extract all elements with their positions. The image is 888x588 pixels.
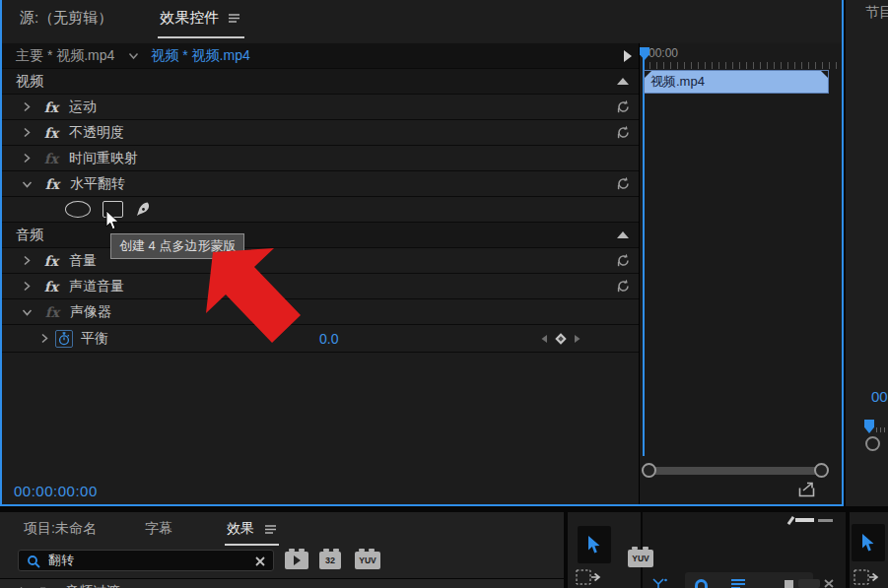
panel-tab-bar: 源:（无剪辑） 效果控件 (2, 0, 842, 42)
program-ruler-ticks (876, 427, 888, 432)
accelerated-effects-badge-icon[interactable] (285, 552, 308, 569)
reset-effect-icon[interactable] (616, 253, 631, 268)
bin-row-audio-transitions[interactable]: 音频过渡 (0, 578, 564, 588)
time-ruler[interactable] (643, 62, 840, 69)
yuv-effects-badge[interactable]: YUV (355, 552, 380, 569)
expand-chevron-icon[interactable] (22, 255, 32, 266)
fx-badge-icon[interactable]: fx (41, 151, 61, 166)
selection-tool-button[interactable] (578, 526, 611, 563)
effect-label: 水平翻转 (70, 175, 125, 193)
tab-captions[interactable]: 字幕 (145, 520, 172, 538)
tab-project[interactable]: 项目:未命名 (24, 520, 97, 538)
program-panel-title[interactable]: 节目 (865, 4, 888, 22)
playhead-line[interactable] (643, 48, 645, 456)
fx-badge-icon[interactable]: fx (41, 279, 61, 294)
section-label: 视频 (16, 73, 43, 91)
reset-effect-icon[interactable] (616, 176, 631, 191)
program-playhead-head[interactable] (864, 420, 874, 433)
expand-chevron-icon[interactable] (22, 127, 32, 138)
bottom-panels: 项目:未命名 字幕 效果 32 YUV 音频过渡 (0, 512, 888, 588)
fx-badge-icon[interactable]: fx (42, 176, 62, 192)
effect-row-panner[interactable]: fx 声像器 (2, 299, 639, 325)
collapse-chevron-icon[interactable] (22, 307, 33, 317)
track-select-forward-icon[interactable] (576, 569, 603, 587)
ruler-time-label: 00:00 (649, 46, 678, 60)
selection-tool-icon (860, 533, 876, 553)
partial-button[interactable] (798, 579, 820, 588)
scrollbar-knob-right[interactable] (814, 463, 829, 478)
effect-row-horizontal-flip[interactable]: fx 水平翻转 (2, 171, 639, 197)
tab-effect-controls[interactable]: 效果控件 (158, 9, 244, 38)
next-keyframe-icon[interactable] (574, 334, 581, 344)
panel-menu-icon[interactable] (228, 13, 240, 24)
fx-badge-icon[interactable]: fx (41, 253, 61, 269)
track-select-forward-icon[interactable] (854, 569, 881, 587)
mask-tools-row (2, 197, 639, 223)
effect-row-time-remapping[interactable]: fx 时间重映射 (2, 146, 639, 171)
tab-source[interactable]: 源:（无剪辑） (20, 9, 112, 28)
create-ellipse-mask-icon[interactable] (65, 201, 91, 218)
chevron-down-icon[interactable] (128, 52, 139, 60)
add-keyframe-icon[interactable] (555, 333, 566, 344)
expand-chevron-icon[interactable] (22, 281, 32, 292)
clip-source-row[interactable]: 主要 * 视频.mp4 视频 * 视频.mp4 (2, 43, 639, 69)
reset-effect-icon[interactable] (616, 125, 631, 140)
bottom-tab-bar: 项目:未命名 字幕 效果 (0, 512, 564, 546)
partial-icon[interactable] (824, 579, 834, 588)
search-input[interactable] (48, 552, 236, 569)
32bit-color-badge[interactable]: 32 (319, 552, 341, 569)
snap-magnet-icon[interactable] (695, 579, 708, 588)
collapse-chevron-icon[interactable] (22, 179, 33, 189)
fx-badge-icon[interactable]: fx (41, 99, 61, 115)
expand-chevron-icon[interactable] (39, 333, 49, 344)
clear-search-icon[interactable] (254, 555, 266, 567)
fx-badge-icon[interactable]: fx (42, 304, 62, 320)
effect-row-opacity[interactable]: fx 不透明度 (2, 120, 639, 146)
playhead-timecode[interactable]: 00:00:00:00 (14, 483, 98, 499)
scrollbar-track[interactable] (649, 467, 822, 475)
reset-effect-icon[interactable] (616, 99, 631, 114)
effect-label: 声像器 (70, 303, 111, 321)
program-scrollbar-knob[interactable] (865, 436, 880, 451)
program-monitor-sliver: 节目 00 (846, 0, 888, 506)
effect-row-volume[interactable]: fx 音量 (2, 248, 639, 274)
timeline-scrollbar[interactable] (642, 463, 829, 479)
expand-chevron-icon[interactable] (22, 101, 32, 112)
effect-controls-timeline[interactable]: 00:00 视频.mp4 (639, 43, 842, 504)
master-clip-label[interactable]: 主要 * 视频.mp4 (16, 47, 114, 65)
reset-effect-icon[interactable] (616, 279, 631, 294)
sequence-clip-label[interactable]: 视频 * 视频.mp4 (151, 47, 249, 65)
section-video-header[interactable]: 视频 (2, 69, 639, 95)
linked-selection-icon[interactable] (730, 578, 746, 588)
selection-tool-button[interactable] (852, 524, 885, 561)
export-icon[interactable] (797, 481, 817, 498)
prev-keyframe-icon[interactable] (540, 334, 548, 344)
show-timeline-arrow-icon[interactable] (624, 50, 632, 62)
effect-row-channel-volume[interactable]: fx 声道音量 (2, 274, 639, 299)
tab-effects[interactable]: 效果 (225, 520, 279, 546)
yuv-badge-floating: YUV (628, 550, 653, 567)
effect-label: 音量 (69, 252, 97, 270)
free-draw-bezier-pen-icon[interactable] (135, 201, 152, 218)
collapse-icon[interactable] (617, 78, 629, 85)
effect-list: 主要 * 视频.mp4 视频 * 视频.mp4 视频 fx 运动 fx 不透明度… (2, 43, 639, 504)
partial-ui-dash (787, 516, 795, 525)
timeline-clip-bar[interactable]: 视频.mp4 (644, 70, 829, 94)
param-value[interactable]: 0.0 (319, 331, 338, 347)
bin-label: 音频过渡 (65, 583, 120, 588)
param-row-balance[interactable]: 平衡 0.0 (2, 325, 639, 353)
effects-search-box[interactable] (18, 550, 274, 571)
toggle-animation-stopwatch-icon[interactable] (55, 330, 73, 348)
effects-browser-panel: 项目:未命名 字幕 效果 32 YUV 音频过渡 (0, 512, 564, 588)
effect-row-motion[interactable]: fx 运动 (2, 95, 639, 120)
selection-tool-icon (586, 535, 602, 555)
mouse-cursor-icon (105, 210, 121, 235)
insert-overwrite-icon[interactable] (651, 577, 669, 588)
section-audio-header[interactable]: 音频 (2, 223, 639, 248)
panel-menu-icon[interactable] (264, 524, 277, 535)
expand-chevron-icon[interactable] (22, 153, 32, 163)
fx-badge-icon[interactable]: fx (41, 125, 61, 141)
collapse-icon[interactable] (617, 231, 629, 238)
timeline-settings-icon[interactable] (785, 580, 793, 588)
scrollbar-knob-left[interactable] (642, 463, 656, 478)
